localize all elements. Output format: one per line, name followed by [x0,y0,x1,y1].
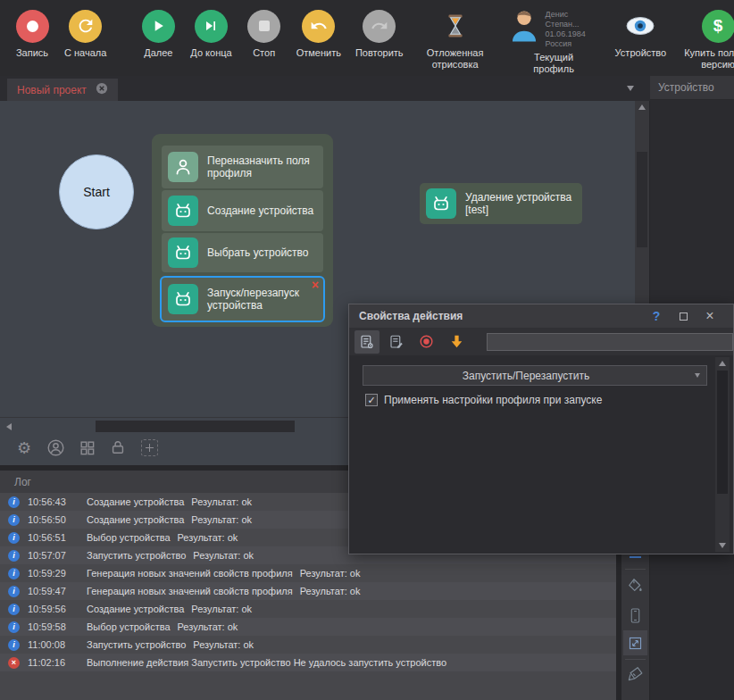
checkbox-label: Применять настройки профиля при запуске [384,394,602,406]
play-icon [142,10,175,43]
add-region-icon[interactable] [139,438,159,457]
action-group[interactable]: Переназначить поля профиля Создание устр… [152,134,333,327]
android-icon [168,284,198,314]
vertical-scroll-thumb[interactable] [637,152,647,247]
redo-icon [363,10,396,43]
hidden-tool-indicator [630,556,641,558]
info-icon: i [8,621,20,633]
stop-button[interactable]: Стоп [239,7,289,59]
record-button[interactable]: Запись [7,7,57,59]
grid-icon[interactable] [77,438,96,457]
block-restart-device-selected[interactable]: Запуск/перезапуск устройства × [160,276,325,322]
tab-bar: Новый проект [0,76,650,101]
tab-close-icon[interactable] [96,82,108,98]
step-label: Далее [144,47,172,59]
android-icon [168,196,198,226]
profile-avatar-icon [507,7,541,46]
tab-label: Новый проект [17,84,87,96]
log-row[interactable]: i 10:59:29 Генерация новых значений свой… [0,564,616,582]
deferred-render-button[interactable]: Отложенная отрисовка [411,7,500,71]
checkbox-checked[interactable]: ✓ [365,394,378,406]
horizontal-scroll-thumb[interactable] [96,421,295,432]
stop-label: Стоп [253,47,275,59]
apply-profile-settings-checkbox[interactable]: ✓ Применять настройки профиля при запуск… [365,394,602,406]
deferred-render-label: Отложенная отрисовка [418,47,493,71]
block-select-device[interactable]: Выбрать устройство [162,233,323,272]
action-search-input[interactable] [487,333,733,351]
start-node[interactable]: Start [59,154,134,229]
dollar-icon: $ [702,10,734,43]
block-delete-device-test[interactable]: Удаление устройства [test] [420,183,582,224]
brush-icon[interactable] [625,663,646,684]
log-row[interactable]: i 10:59:47 Генерация новых значений свой… [0,582,616,600]
step-button[interactable]: Далее [133,7,183,59]
info-icon: i [8,496,20,508]
eye-icon [622,7,658,45]
block-sublabel: [test] [465,204,571,216]
edit-action-button[interactable] [385,330,410,354]
scroll-up-icon[interactable] [635,101,649,113]
user-circle-icon[interactable] [46,438,65,457]
profile-country: Россия [546,39,601,49]
scroll-down-icon[interactable] [715,539,730,552]
settings-gear-icon[interactable]: ⚙ [14,438,34,457]
skip-end-icon [195,10,228,43]
resize-tool-selected[interactable] [623,630,647,655]
current-profile-button[interactable]: Денис Степан... 01.06.1984 Россия Текущи… [500,7,608,75]
error-icon: × [8,657,20,669]
dialog-scroll-thumb[interactable] [717,371,728,494]
block-label: Выбрать устройство [207,246,309,259]
buy-full-version-label: Купить полную версию [680,47,734,71]
restart-icon [69,10,102,43]
maximize-icon[interactable] [670,310,696,323]
undo-button[interactable]: Отменить [289,7,348,59]
block-delete-icon[interactable]: × [312,278,319,292]
device-view-label: Устройство [615,47,667,59]
buy-full-version-button[interactable]: $ Купить полную версию [673,7,734,71]
info-icon: i [8,604,20,615]
move-down-button[interactable] [445,330,470,354]
person-icon [168,152,198,182]
run-to-end-button[interactable]: До конца [183,7,238,59]
scroll-up-icon[interactable] [715,357,730,370]
log-row[interactable]: i 10:59:58 Выбор устройства Результат: o… [0,618,616,636]
hourglass-icon [438,7,473,45]
current-profile-label: Текущий профиль [516,52,591,75]
restart-button[interactable]: С начала [57,7,113,59]
scroll-left-icon[interactable] [2,421,16,433]
info-icon: i [8,532,20,544]
tab-new-project[interactable]: Новый проект [7,79,118,101]
block-label: Переназначить поля профиля [207,154,318,179]
record-action-button[interactable] [414,330,439,354]
device-view-button[interactable]: Устройство [608,7,674,59]
redo-label: Повторить [355,47,404,59]
dropdown-value: Запустить/Перезапустить [363,370,688,382]
log-row[interactable]: i 10:59:56 Создание устройства Результат… [0,600,616,618]
action-type-dropdown[interactable]: Запустить/Перезапустить [363,365,707,386]
close-icon[interactable]: × [696,308,723,324]
dialog-scrollbar[interactable] [715,357,730,552]
dialog-title: Свойства действия [359,310,643,322]
profile-summary: Денис Степан... 01.06.1984 Россия [546,10,601,49]
tab-list-dropdown-button[interactable] [627,86,634,91]
dialog-title-bar[interactable]: Свойства действия ? × [349,304,733,328]
log-row[interactable]: i 11:00:08 Запустить устройство Результа… [0,636,616,654]
dialog-content: Запустить/Перезапустить ✓ Применять наст… [349,355,733,554]
log-row-error[interactable]: × 11:02:16 Выполнение действия Запустить… [0,654,616,671]
action-properties-tab-button[interactable] [354,330,380,354]
info-icon: i [8,586,20,597]
redo-button[interactable]: Повторить [348,7,411,59]
profile-name: Денис Степан... [546,10,601,29]
lock-icon[interactable] [108,438,128,457]
paint-bucket-icon[interactable] [625,575,646,596]
undo-icon [302,10,335,43]
block-label: Запуск/перезапуск устройства [207,287,318,312]
device-panel-header: Устройство [650,76,734,100]
canvas-toolbar: ⚙ [14,438,159,457]
help-icon[interactable]: ? [643,309,670,323]
block-reassign-profile-fields[interactable]: Переназначить поля профиля [162,146,323,188]
phone-icon[interactable] [625,605,646,626]
block-create-device[interactable]: Создание устройства [162,190,323,231]
record-icon [16,10,49,43]
undo-label: Отменить [296,47,341,59]
